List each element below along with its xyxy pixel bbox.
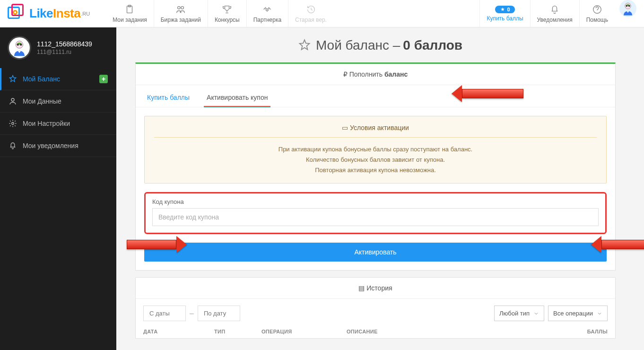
- badge-value: 0: [507, 7, 510, 12]
- nav-label: Конкурсы: [215, 17, 240, 23]
- sidebar-item-notifications[interactable]: Мои уведомления: [0, 135, 116, 157]
- main-content: Мой баланс – 0 баллов ₽ Пополнить баланс…: [116, 27, 644, 350]
- profile-email: 111@1111.ru: [37, 49, 92, 55]
- col-operation: ОПЕРАЦИЯ: [261, 329, 347, 334]
- sidebar-item-profile[interactable]: Мои Данные: [0, 90, 116, 113]
- svg-point-6: [626, 5, 628, 7]
- title-prefix: Мой баланс –: [316, 38, 400, 53]
- nav-label: Уведомления: [537, 17, 573, 23]
- star-icon: [298, 39, 311, 52]
- ruble-icon: ₽: [343, 70, 348, 78]
- sidebar-profile[interactable]: 1112_1568868439 111@1111.ru: [0, 27, 116, 68]
- annotation-arrow: [462, 89, 523, 98]
- select-label: Все операции: [553, 310, 593, 317]
- logo-icon: [7, 4, 26, 24]
- activate-button[interactable]: Активировать: [144, 243, 607, 262]
- nav-buy-points[interactable]: 0 Купить баллы: [479, 0, 530, 27]
- header: LikeInsta .RU Мои задания Биржа заданий …: [0, 0, 644, 27]
- history-header: ▤ История: [136, 278, 615, 299]
- page-title: Мой баланс – 0 баллов: [116, 27, 644, 62]
- profile-username: 1112_1568868439: [37, 40, 92, 48]
- tabs: Купить баллы Активировать купон: [136, 85, 615, 107]
- svg-point-9: [17, 44, 19, 45]
- coupon-code-input[interactable]: [152, 208, 599, 226]
- alert-title: ▭ Условия активации: [154, 124, 597, 138]
- date-separator: –: [186, 309, 198, 318]
- list-icon: ▤: [358, 284, 365, 292]
- tab-activate-coupon[interactable]: Активировать купон: [204, 90, 270, 107]
- nav-label: Биржа заданий: [161, 17, 201, 23]
- header-bold: баланс: [384, 70, 408, 78]
- annotation-arrow: [601, 240, 644, 249]
- chevron-down-icon: [533, 311, 539, 316]
- trophy-icon: [222, 4, 232, 15]
- sidebar-item-label: Мои уведомления: [23, 142, 78, 149]
- history-icon: [306, 4, 316, 15]
- svg-point-3: [181, 6, 184, 9]
- nav-label: Помощь: [586, 17, 608, 23]
- top-nav-right: 0 Купить баллы Уведомления Помощь: [479, 0, 644, 27]
- select-label: Любой тип: [499, 310, 530, 317]
- alert-title-text: Условия активации: [350, 124, 409, 131]
- alert-line: Повторная активация купона невозможна.: [154, 165, 597, 175]
- nav-label: Купить баллы: [487, 15, 523, 22]
- plus-badge[interactable]: +: [99, 75, 108, 83]
- date-to-input[interactable]: [198, 306, 240, 321]
- nav-partner[interactable]: Партнерка: [246, 0, 288, 27]
- sidebar-item-settings[interactable]: Мои Настройки: [0, 113, 116, 135]
- col-type: ТИП: [214, 329, 261, 334]
- nav-exchange[interactable]: Биржа заданий: [154, 0, 208, 27]
- header-text: Пополнить: [349, 70, 383, 78]
- nav-label: Партнерка: [253, 17, 281, 23]
- col-points: БАЛЛЫ: [560, 329, 608, 334]
- coupon-label: Код купона: [152, 198, 599, 205]
- history-panel: ▤ История – Любой тип Все операции ДАТА …: [135, 277, 616, 339]
- sidebar-item-label: Мои Данные: [23, 97, 61, 105]
- logo-suffix: .RU: [81, 11, 90, 17]
- star-icon: [500, 7, 505, 12]
- history-filters: – Любой тип Все операции: [136, 299, 615, 321]
- top-nav: Мои задания Биржа заданий Конкурсы Партн…: [106, 0, 333, 27]
- tab-buy-points[interactable]: Купить баллы: [144, 90, 192, 107]
- svg-point-12: [12, 122, 14, 125]
- history-table-header: ДАТА ТИП ОПЕРАЦИЯ ОПИСАНИЕ БАЛЛЫ: [136, 321, 615, 338]
- nav-help[interactable]: Помощь: [579, 0, 615, 27]
- bell-icon: [9, 141, 17, 150]
- header-avatar[interactable]: [619, 0, 636, 17]
- history-title: История: [366, 284, 392, 292]
- logo-text: LikeInsta: [29, 6, 80, 21]
- nav-contests[interactable]: Конкурсы: [208, 0, 246, 27]
- bell-icon: [549, 4, 560, 15]
- type-select[interactable]: Любой тип: [494, 306, 544, 321]
- clipboard-icon: [124, 4, 135, 15]
- date-from-input[interactable]: [143, 306, 186, 321]
- logo[interactable]: LikeInsta .RU: [0, 4, 96, 24]
- people-icon: [175, 4, 186, 15]
- sidebar-item-balance[interactable]: Мой Баланс +: [0, 68, 116, 90]
- sidebar: 1112_1568868439 111@1111.ru Мой Баланс +…: [0, 27, 116, 350]
- svg-point-11: [11, 98, 14, 101]
- star-icon: [9, 75, 17, 83]
- sidebar-item-label: Мои Настройки: [23, 120, 70, 127]
- title-balance: 0 баллов: [403, 38, 462, 53]
- col-description: ОПИСАНИЕ: [347, 329, 560, 334]
- svg-point-7: [628, 5, 630, 7]
- svg-point-10: [20, 44, 22, 45]
- operations-select[interactable]: Все операции: [548, 306, 608, 321]
- activation-conditions: ▭ Условия активации При активации купона…: [144, 116, 607, 184]
- nav-label: Старая вер.: [295, 17, 327, 23]
- handshake-icon: [262, 4, 272, 15]
- alert-line: При активации купона бонусные баллы сраз…: [154, 144, 597, 155]
- avatar-icon: [619, 0, 636, 17]
- nav-old-version[interactable]: Старая вер.: [288, 0, 333, 27]
- panel-body: ▭ Условия активации При активации купона…: [136, 107, 615, 270]
- coupon-input-highlight: Код купона: [144, 192, 607, 234]
- points-badge: 0: [495, 6, 514, 13]
- svg-point-2: [178, 6, 181, 9]
- gear-icon: [9, 119, 17, 128]
- chevron-down-icon: [597, 311, 602, 316]
- nav-notifications[interactable]: Уведомления: [530, 0, 579, 27]
- sidebar-item-label: Мой Баланс: [23, 75, 60, 83]
- nav-my-tasks[interactable]: Мои задания: [106, 0, 154, 27]
- col-date: ДАТА: [143, 329, 214, 334]
